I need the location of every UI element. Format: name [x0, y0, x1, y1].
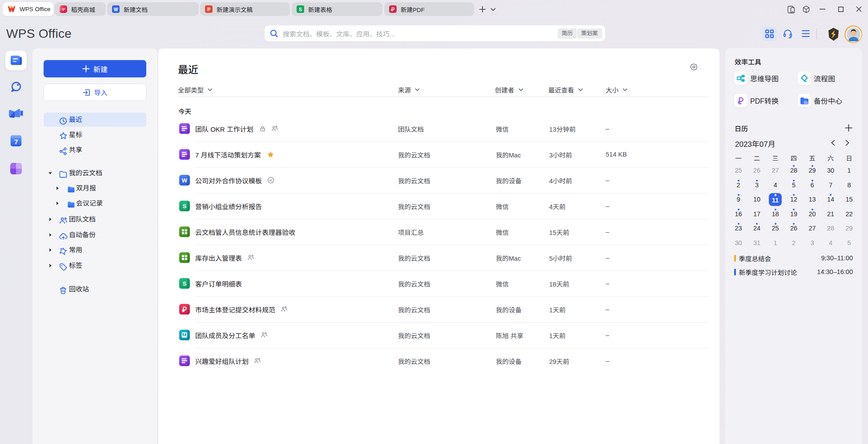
- svg-text:P: P: [207, 7, 210, 12]
- svg-text:W: W: [114, 7, 118, 12]
- svg-text:S: S: [183, 203, 187, 210]
- svg-text:W: W: [182, 177, 188, 184]
- svg-text:7: 7: [14, 138, 18, 145]
- svg-text:S: S: [299, 7, 302, 12]
- svg-text:S: S: [183, 280, 187, 287]
